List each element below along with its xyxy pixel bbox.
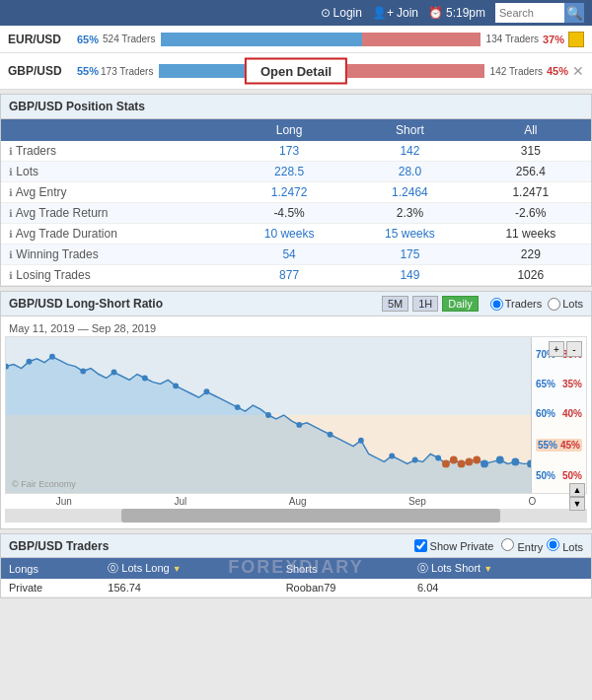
gbp-long-traders: 173 Traders [101, 66, 153, 77]
chart-scrollbar-thumb[interactable] [121, 509, 500, 523]
scroll-arrows: ▲ ▼ [569, 483, 585, 511]
login-link[interactable]: ⊙ Login [321, 6, 362, 20]
x-label-jul: Jul [174, 496, 186, 507]
stats-label: ℹ Avg Trade Duration [1, 224, 229, 245]
svg-point-20 [473, 455, 481, 463]
stats-long: 1.2472 [229, 182, 349, 203]
search-button[interactable]: 🔍 [564, 3, 584, 23]
stats-all: -2.6% [471, 203, 591, 224]
zoom-out-btn[interactable]: - [566, 341, 582, 357]
stats-long: 54 [229, 245, 349, 265]
stats-row: ℹ Avg Trade Duration10 weeks15 weeks11 w… [1, 224, 591, 245]
stats-all: 229 [471, 245, 591, 265]
stats-short: 15 weeks [349, 224, 470, 245]
stats-col-label [1, 119, 229, 141]
tab-1h[interactable]: 1H [412, 296, 438, 312]
radio-traders[interactable]: Traders [490, 298, 543, 311]
svg-point-6 [173, 383, 179, 388]
svg-point-23 [511, 457, 519, 465]
join-link[interactable]: 👤+ Join [372, 6, 418, 20]
col-shorts: Shorts [278, 558, 409, 579]
label-row-4-highlight: 55% 45% [536, 439, 582, 452]
stats-all: 256.4 [471, 162, 591, 182]
stats-label: ℹ Winning Trades [1, 245, 229, 265]
right-name: Rooban79 [278, 579, 409, 597]
chart-area: May 11, 2019 — Sep 28, 2019 [1, 316, 591, 528]
col-lots-long[interactable]: ⓪ Lots Long ▼ [100, 558, 277, 579]
tab-daily[interactable]: Daily [442, 296, 478, 312]
ratio-section: GBP/USD Long-Short Ratio 5M 1H Daily Tra… [0, 291, 592, 529]
traders-title: GBP/USD Traders [9, 539, 407, 553]
gbp-short-traders: 142 Traders [490, 66, 543, 77]
chart-tools: + - [549, 341, 582, 357]
col-lots-short[interactable]: ⓪ Lots Short ▼ [409, 558, 591, 579]
eur-short-bar [362, 33, 481, 46]
stats-row: ℹ Avg Trade Return-4.5%2.3%-2.6% [1, 203, 591, 224]
eur-yellow-box[interactable] [568, 32, 584, 47]
stats-label: ℹ Avg Trade Return [1, 203, 229, 224]
traders-tbody: Private 156.74 Rooban79 6.04 [1, 579, 591, 597]
time-label: 5:19pm [446, 6, 485, 20]
stats-col-all: All [471, 119, 591, 141]
right-lots: 6.04 [409, 579, 591, 597]
gbp-usd-label: GBP/USD [8, 64, 77, 78]
label-row-5: 50% 50% [536, 470, 582, 481]
zoom-in-btn[interactable]: + [549, 341, 564, 357]
entry-lots-radios: Entry Lots [501, 538, 583, 553]
gbp-short-bar [337, 64, 483, 78]
stats-label: ℹ Lots [1, 162, 229, 182]
stats-table: Long Short All ℹ Traders173142315ℹ Lots2… [1, 119, 591, 286]
svg-point-19 [466, 457, 474, 465]
svg-point-12 [358, 438, 364, 444]
eur-bar [161, 33, 480, 46]
stats-label: ℹ Traders [1, 141, 229, 162]
stats-all: 315 [471, 141, 591, 162]
traders-table-wrap: Longs ⓪ Lots Long ▼ Shorts ⓪ Lots Short … [1, 558, 591, 597]
radio-entry[interactable]: Entry [501, 538, 543, 553]
x-label-jun: Jun [56, 496, 72, 507]
eur-long-bar [161, 33, 362, 46]
svg-point-16 [442, 459, 450, 467]
stats-all: 1.2471 [471, 182, 591, 203]
traders-col-row: Longs ⓪ Lots Long ▼ Shorts ⓪ Lots Short … [1, 558, 591, 579]
svg-point-21 [481, 459, 488, 467]
stats-label: ℹ Losing Trades [1, 265, 229, 286]
chart-x-labels: Jun Jul Aug Sep O [5, 494, 587, 507]
label-row-3: 60% 40% [536, 408, 582, 419]
login-label: Login [333, 6, 362, 20]
search-input[interactable] [495, 3, 564, 23]
svg-point-10 [296, 422, 302, 428]
stats-short: 149 [349, 265, 470, 286]
chart-date-range: May 11, 2019 — Sep 28, 2019 [5, 320, 587, 336]
stats-row: ℹ Winning Trades54175229 [1, 245, 591, 265]
tab-5m[interactable]: 5M [382, 296, 408, 312]
svg-point-15 [435, 455, 441, 460]
radio-lots[interactable]: Lots [548, 298, 583, 311]
show-private-label: Show Private [430, 540, 494, 552]
eur-long-traders: 524 Traders [103, 34, 155, 44]
close-button[interactable]: ✕ [572, 63, 584, 79]
svg-point-3 [80, 369, 86, 375]
radio-group: Traders Lots [490, 298, 583, 311]
svg-point-7 [203, 388, 209, 394]
scroll-down-btn[interactable]: ▼ [569, 497, 585, 511]
table-row: Private 156.74 Rooban79 6.04 [1, 579, 591, 597]
radio-lots2[interactable]: Lots [547, 538, 583, 553]
x-label-aug: Aug [289, 496, 307, 507]
gbp-long-pct: 55% [77, 65, 99, 77]
chart-scrollbar[interactable] [5, 509, 587, 523]
open-detail-button[interactable]: Open Detail [245, 58, 347, 85]
stats-long: -4.5% [229, 203, 349, 224]
stats-row: ℹ Lots228.528.0256.4 [1, 162, 591, 182]
scroll-up-btn[interactable]: ▲ [569, 483, 585, 497]
gbp-usd-row: Open Detail GBP/USD 55% 173 Traders 142 … [0, 53, 592, 90]
stats-long: 228.5 [229, 162, 349, 182]
traders-section: GBP/USD Traders Show Private Entry Lots … [0, 533, 592, 598]
stats-long: 173 [229, 141, 349, 162]
show-private-checkbox[interactable] [414, 539, 427, 552]
stats-all: 11 weeks [471, 224, 591, 245]
stats-all: 1026 [471, 265, 591, 286]
top-nav: ⊙ Login 👤+ Join ⏰ 5:19pm 🔍 [0, 0, 592, 26]
stats-short: 142 [349, 141, 470, 162]
svg-point-8 [235, 404, 241, 410]
